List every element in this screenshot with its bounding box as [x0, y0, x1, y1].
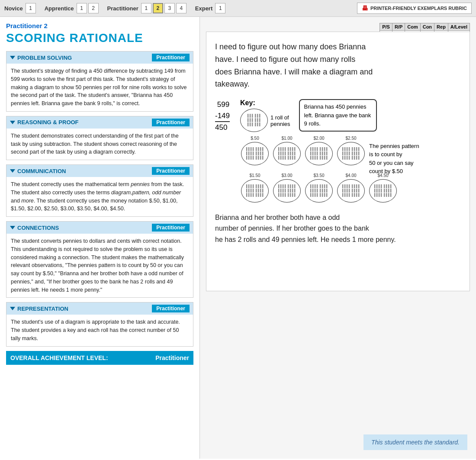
key-tally-marks: ∥∥∥ ∥∥∥ ∥∥∥ ∥∥∥ ∥∥∥ ∥∥∥ — [247, 114, 261, 127]
tally-1: $.50 ∥∥∥∥ ∥∥∥∥∥∥∥∥ ∥∥∥∥∥∥∥∥ ∥∥∥∥ — [241, 142, 269, 176]
subtraction-block: 599 -149 450 — [215, 99, 230, 133]
tally-circle-1: ∥∥∥∥ ∥∥∥∥∥∥∥∥ ∥∥∥∥∥∥∥∥ ∥∥∥∥ — [241, 142, 269, 165]
dollar-7: $3.50 — [313, 173, 324, 178]
practitioner-btn-3[interactable]: 3 — [164, 3, 175, 13]
triangle-icon-5 — [10, 307, 15, 310]
student-work: I need to figure out how many does Brian… — [206, 32, 470, 291]
apprentice-btn-1[interactable]: 1 — [77, 3, 87, 13]
problem-solving-section: PROBLEM SOLVING Practitioner The student… — [6, 51, 193, 112]
reasoning-proof-badge: Practitioner — [152, 119, 190, 126]
problem-solving-badge: Practitioner — [152, 54, 190, 61]
practitioner-group: Practitioner 1 2 3 4 — [107, 3, 187, 13]
key-label: Key: — [240, 99, 255, 107]
novice-label: Novice — [4, 5, 23, 12]
left-panel: Practitioner 2 SCORING RATIONALE PROBLEM… — [0, 17, 200, 459]
problem-solving-title: PROBLEM SOLVING — [10, 55, 72, 61]
tally-marks-4: ∥∥∥∥ ∥∥∥∥∥∥∥∥ ∥∥∥∥∥∥∥∥ ∥∥∥∥ — [342, 147, 360, 160]
score-header-com: Com — [405, 23, 420, 31]
tally-circle-2: ∥∥∥∥ ∥∥∥∥∥∥∥∥ ∥∥∥∥∥∥∥∥ ∥∥∥∥ — [273, 142, 301, 165]
printer-button[interactable]: 🖶 PRINTER-FRIENDLY EXEMPLARS RUBRIC — [357, 3, 472, 14]
tally-marks-7: ∥∥∥∥ ∥∥∥∥∥∥∥∥ ∥∥∥∥∥∥∥∥ ∥∥∥∥ — [310, 184, 328, 197]
problem-solving-header[interactable]: PROBLEM SOLVING Practitioner — [6, 51, 193, 64]
pattern-note: The pennies patternis to count by50 or y… — [369, 142, 419, 176]
expert-group: Expert 1 — [195, 3, 225, 13]
representation-body: The student's use of a diagram is approp… — [6, 315, 193, 346]
connections-body: The student converts pennies to dollars … — [6, 234, 193, 297]
key-tally-circle: ∥∥∥ ∥∥∥ ∥∥∥ ∥∥∥ ∥∥∥ ∥∥∥ — [240, 109, 268, 132]
communication-title: COMMUNICATION — [10, 168, 66, 174]
tally-circle-6: ∥∥∥∥ ∥∥∥∥∥∥∥∥ ∥∥∥∥∥∥∥∥ ∥∥∥∥ — [273, 179, 301, 203]
tally-3: $2.00 ∥∥∥∥ ∥∥∥∥∥∥∥∥ ∥∥∥∥∥∥∥∥ ∥∥∥∥ — [305, 142, 333, 176]
printer-label: PRINTER-FRIENDLY EXEMPLARS RUBRIC — [370, 6, 467, 11]
connections-badge: Practitioner — [152, 224, 190, 232]
practitioner-btn-1[interactable]: 1 — [141, 3, 151, 13]
connections-section: CONNECTIONS Practitioner The student con… — [6, 221, 193, 298]
tally-marks-3: ∥∥∥∥ ∥∥∥∥∥∥∥∥ ∥∥∥∥∥∥∥∥ ∥∥∥∥ — [310, 147, 328, 160]
key-block: Key: ∥∥∥ ∥∥∥ ∥∥∥ ∥∥∥ ∥∥∥ ∥∥∥ 1 roll ofpe… — [240, 99, 290, 133]
tally-5: $1.50 ∥∥∥∥ ∥∥∥∥∥∥∥∥ ∥∥∥∥∥∥∥∥ ∥∥∥∥ — [241, 179, 269, 203]
score-header-rp: R/P — [392, 23, 405, 31]
tally-circle-3: ∥∥∥∥ ∥∥∥∥∥∥∥∥ ∥∥∥∥∥∥∥∥ ∥∥∥∥ — [305, 142, 333, 165]
apprentice-group: Apprentice 1 2 — [45, 3, 99, 13]
practitioner-label: Practitioner — [107, 5, 138, 12]
tally-marks-8: ∥∥∥∥ ∥∥∥∥∥∥∥∥ ∥∥∥∥∥∥∥∥ ∥∥∥∥ — [342, 184, 360, 197]
tally-4: $2.50 ∥∥∥∥ ∥∥∥∥∥∥∥∥ ∥∥∥∥∥∥∥∥ ∥∥∥∥ — [337, 142, 365, 176]
reasoning-proof-body: The student demonstrates correct underst… — [6, 129, 193, 160]
dollar-1: $.50 — [251, 136, 259, 141]
tally-circle-9: ∥∥∥∥ ∥∥∥∥∥∥∥∥ ∥∥∥∥∥∥∥∥ ∥∥∥∥ — [369, 179, 397, 203]
tally-marks-1: ∥∥∥∥ ∥∥∥∥∥∥∥∥ ∥∥∥∥∥∥∥∥ ∥∥∥∥ — [246, 147, 264, 160]
tally-row-1: $.50 ∥∥∥∥ ∥∥∥∥∥∥∥∥ ∥∥∥∥∥∥∥∥ ∥∥∥∥ $1.00 ∥… — [241, 142, 461, 176]
score-header-rep: Rep — [434, 23, 448, 31]
dollar-4: $2.50 — [345, 136, 356, 141]
tally-marks-6: ∥∥∥∥ ∥∥∥∥∥∥∥∥ ∥∥∥∥∥∥∥∥ ∥∥∥∥ — [278, 184, 296, 197]
main-container: Practitioner 2 SCORING RATIONALE PROBLEM… — [0, 17, 476, 459]
score-header-con: Con — [420, 23, 434, 31]
apprentice-btn-2[interactable]: 2 — [88, 3, 99, 13]
expert-btn-1[interactable]: 1 — [215, 3, 225, 13]
dollar-9: $4.50 — [377, 173, 388, 178]
communication-header[interactable]: COMMUNICATION Practitioner — [6, 165, 193, 177]
representation-section: REPRESENTATION Practitioner The student'… — [6, 302, 193, 346]
tally-marks-5: ∥∥∥∥ ∥∥∥∥∥∥∥∥ ∥∥∥∥∥∥∥∥ ∥∥∥∥ — [246, 184, 264, 197]
connections-title: CONNECTIONS — [10, 225, 59, 231]
handwritten-intro: I need to figure out how many does Brian… — [215, 41, 461, 90]
problem-solving-body: The student's strategy of finding a 450 … — [6, 64, 193, 111]
tally-marks-9: ∥∥∥∥ ∥∥∥∥∥∥∥∥ ∥∥∥∥∥∥∥∥ ∥∥∥∥ — [374, 184, 392, 197]
tally-circle-4: ∥∥∥∥ ∥∥∥∥∥∥∥∥ ∥∥∥∥∥∥∥∥ ∥∥∥∥ — [337, 142, 365, 165]
score-header-alevel: A/Level — [448, 23, 470, 31]
tally-8: $4.00 ∥∥∥∥ ∥∥∥∥∥∥∥∥ ∥∥∥∥∥∥∥∥ ∥∥∥∥ — [337, 179, 365, 203]
dollar-3: $2.00 — [313, 136, 324, 141]
triangle-icon — [10, 56, 15, 59]
printer-icon: 🖶 — [362, 5, 368, 12]
dollar-5: $1.50 — [249, 173, 260, 178]
dollar-8: $4.00 — [345, 173, 356, 178]
practitioner-btn-4[interactable]: 4 — [176, 3, 187, 13]
dollar-6: $3.00 — [281, 173, 292, 178]
key-desc: 1 roll ofpennies — [270, 114, 290, 127]
tally-row-2: $1.50 ∥∥∥∥ ∥∥∥∥∥∥∥∥ ∥∥∥∥∥∥∥∥ ∥∥∥∥ $3.00 … — [241, 179, 461, 203]
expert-label: Expert — [195, 5, 212, 12]
overall-bar: OVERALL ACHIEVEMENT LEVEL: Practitioner — [6, 351, 193, 365]
triangle-icon-4 — [10, 226, 15, 229]
tally-9: $4.50 ∥∥∥∥ ∥∥∥∥∥∥∥∥ ∥∥∥∥∥∥∥∥ ∥∥∥∥ — [369, 179, 397, 203]
representation-header[interactable]: REPRESENTATION Practitioner — [6, 302, 193, 315]
triangle-icon-2 — [10, 121, 15, 124]
communication-section: COMMUNICATION Practitioner The student c… — [6, 164, 193, 217]
panel-title: SCORING RATIONALE — [6, 31, 193, 45]
tally-7: $3.50 ∥∥∥∥ ∥∥∥∥∥∥∥∥ ∥∥∥∥∥∥∥∥ ∥∥∥∥ — [305, 179, 333, 203]
representation-title: REPRESENTATION — [10, 306, 68, 312]
connections-header[interactable]: CONNECTIONS Practitioner — [6, 222, 193, 234]
reasoning-proof-header[interactable]: REASONING & PROOF Practitioner — [6, 116, 193, 129]
novice-btn-1[interactable]: 1 — [26, 3, 36, 13]
tally-circle-8: ∥∥∥∥ ∥∥∥∥∥∥∥∥ ∥∥∥∥∥∥∥∥ ∥∥∥∥ — [337, 179, 365, 203]
score-header-ps: P/S — [380, 23, 392, 31]
standard-badge: This student meets the standard. — [363, 434, 467, 450]
practitioner-btn-2[interactable]: 2 — [153, 3, 163, 13]
handwritten-conclusion: Brianna and her brother both have a odd … — [215, 212, 461, 245]
tally-circle-7: ∥∥∥∥ ∥∥∥∥∥∥∥∥ ∥∥∥∥∥∥∥∥ ∥∥∥∥ — [305, 179, 333, 203]
communication-badge: Practitioner — [152, 167, 190, 175]
answer-box: Brianna has 450 pennies left. Brianna ga… — [299, 99, 377, 132]
top-nav: Novice 1 Apprentice 1 2 Practitioner 1 2… — [0, 0, 476, 17]
tally-6: $3.00 ∥∥∥∥ ∥∥∥∥∥∥∥∥ ∥∥∥∥∥∥∥∥ ∥∥∥∥ — [273, 179, 301, 203]
novice-group: Novice 1 — [4, 3, 36, 13]
